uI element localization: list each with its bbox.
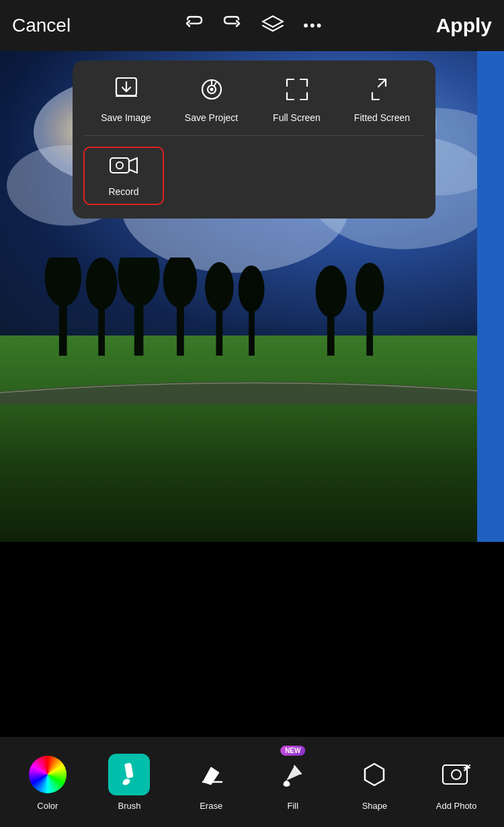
fill-tool-icon-wrap: NEW bbox=[272, 754, 314, 795]
svg-rect-36 bbox=[110, 158, 129, 173]
add-photo-tool-label: Add Photo bbox=[436, 801, 477, 811]
more-button[interactable]: ••• bbox=[303, 17, 323, 34]
brush-tool-icon-wrap bbox=[108, 754, 150, 795]
svg-point-42 bbox=[452, 770, 461, 779]
bottom-black-area bbox=[0, 542, 504, 737]
save-project-icon bbox=[199, 77, 224, 106]
shape-tool-icon-wrap bbox=[353, 754, 395, 795]
dropdown-menu: Save Image Save Project bbox=[73, 61, 435, 219]
layers-button[interactable] bbox=[261, 14, 284, 38]
dropdown-row-2: Record bbox=[83, 147, 425, 205]
color-tool-label: Color bbox=[37, 801, 58, 811]
fill-icon bbox=[280, 762, 306, 787]
save-project-label: Save Project bbox=[185, 112, 238, 123]
fitted-screen-icon bbox=[370, 77, 395, 106]
svg-marker-0 bbox=[263, 16, 283, 27]
svg-rect-41 bbox=[443, 765, 467, 784]
brush-tool-label: Brush bbox=[118, 801, 141, 811]
trees-svg bbox=[0, 258, 504, 356]
svg-point-16 bbox=[118, 258, 159, 307]
svg-line-35 bbox=[378, 79, 386, 87]
full-screen-button[interactable]: Full Screen bbox=[260, 77, 334, 123]
svg-point-24 bbox=[315, 265, 347, 317]
svg-point-26 bbox=[355, 262, 384, 312]
record-icon bbox=[110, 155, 138, 180]
top-bar: Cancel ••• Apply bbox=[0, 0, 504, 51]
fill-new-badge: NEW bbox=[280, 746, 305, 756]
add-photo-tool[interactable]: Add Photo bbox=[426, 754, 487, 811]
full-screen-label: Full Screen bbox=[273, 112, 321, 123]
brush-icon bbox=[116, 762, 142, 787]
brush-tool[interactable]: Brush bbox=[99, 754, 159, 811]
bottom-toolbar: Color Brush Erase NEW bbox=[0, 737, 504, 827]
erase-tool[interactable]: Erase bbox=[181, 754, 241, 811]
top-bar-icons: ••• bbox=[183, 14, 323, 38]
erase-tool-icon-wrap bbox=[190, 754, 232, 795]
shape-tool-label: Shape bbox=[362, 801, 388, 811]
svg-rect-38 bbox=[125, 762, 134, 778]
road-svg bbox=[0, 346, 504, 405]
dropdown-row-1: Save Image Save Project bbox=[83, 77, 425, 136]
svg-point-14 bbox=[86, 258, 118, 310]
svg-point-22 bbox=[239, 265, 265, 312]
erase-tool-label: Erase bbox=[200, 801, 222, 811]
blue-canvas-edge bbox=[477, 51, 504, 542]
record-button[interactable]: Record bbox=[83, 147, 164, 205]
record-label: Record bbox=[108, 186, 138, 197]
add-photo-tool-icon-wrap bbox=[435, 754, 477, 795]
color-wheel-icon bbox=[29, 756, 67, 793]
erase-icon bbox=[198, 762, 224, 787]
apply-button[interactable]: Apply bbox=[436, 14, 492, 37]
fill-tool[interactable]: NEW Fill bbox=[263, 754, 323, 811]
undo-button[interactable] bbox=[183, 14, 204, 38]
color-tool-icon-wrap bbox=[27, 754, 69, 795]
svg-point-37 bbox=[116, 162, 123, 169]
svg-point-32 bbox=[210, 88, 213, 91]
save-image-label: Save Image bbox=[101, 112, 151, 123]
svg-line-34 bbox=[214, 82, 216, 85]
save-image-icon bbox=[114, 77, 139, 106]
svg-point-12 bbox=[44, 258, 81, 307]
fill-tool-label: Fill bbox=[287, 801, 298, 811]
shape-tool[interactable]: Shape bbox=[344, 754, 405, 811]
redo-button[interactable] bbox=[222, 14, 243, 38]
full-screen-icon bbox=[284, 77, 310, 106]
fitted-screen-label: Fitted Screen bbox=[354, 112, 410, 123]
svg-point-20 bbox=[205, 262, 234, 311]
save-image-button[interactable]: Save Image bbox=[89, 77, 163, 123]
svg-point-18 bbox=[163, 258, 198, 308]
save-project-button[interactable]: Save Project bbox=[175, 77, 249, 123]
color-tool[interactable]: Color bbox=[17, 754, 78, 811]
cancel-button[interactable]: Cancel bbox=[12, 15, 71, 36]
fitted-screen-button[interactable]: Fitted Screen bbox=[345, 77, 419, 123]
add-photo-icon bbox=[442, 761, 471, 788]
shape-icon bbox=[361, 761, 388, 788]
